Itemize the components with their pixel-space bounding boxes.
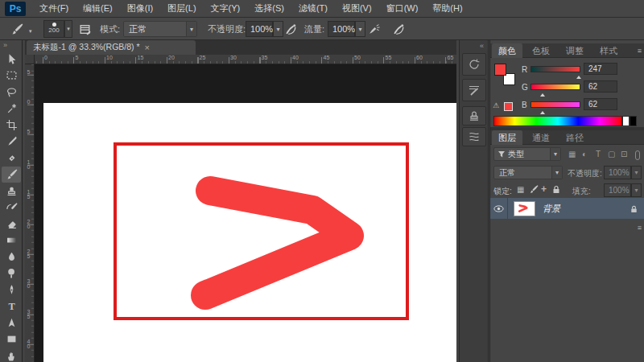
marquee-tool[interactable] [2, 68, 21, 84]
tab-layers[interactable]: 图层 [492, 130, 522, 145]
panel-dock: 颜色 色板 调整 样式 ≡ R 247 G 62 ⚠ B 62 [489, 40, 644, 362]
clone-stamp-tool[interactable] [2, 183, 21, 200]
eyedropper-tool[interactable] [2, 134, 21, 150]
v-ruler-label: 5 [26, 70, 31, 75]
brush-panel-icon[interactable] [462, 79, 486, 101]
menu-type[interactable]: 文字(Y) [204, 0, 248, 17]
menu-window[interactable]: 窗口(W) [379, 0, 426, 17]
brush-tool[interactable] [2, 167, 21, 183]
brush-preset-picker[interactable]: 200 [43, 20, 64, 38]
document-viewport[interactable] [35, 64, 456, 362]
lock-image-icon[interactable] [529, 184, 539, 194]
green-slider[interactable] [530, 84, 580, 90]
opacity-value[interactable]: 100% [246, 21, 273, 37]
toolbar-collapse-icon[interactable]: » [3, 41, 7, 49]
color-spectrum-ramp[interactable] [493, 116, 622, 126]
lock-position-icon[interactable]: + [541, 183, 547, 195]
type-tool[interactable]: T [2, 298, 21, 315]
rectangle-tool[interactable] [2, 331, 21, 348]
layers-panel-menu-icon[interactable]: ≡ [638, 224, 641, 232]
filter-type-layers-icon[interactable]: T [596, 150, 601, 158]
vertical-ruler[interactable]: 5051 01 52 02 53 03 54 0 [25, 64, 35, 362]
menu-edit[interactable]: 编辑(E) [76, 0, 120, 17]
layer-fill-arrow[interactable]: ▾ [631, 183, 642, 197]
blue-slider[interactable] [530, 101, 580, 108]
layer-opacity-value[interactable]: 100% [604, 166, 631, 179]
horizontal-ruler[interactable]: 05101520253035404550556065 [35, 55, 456, 64]
foreground-color-swatch[interactable] [494, 64, 506, 76]
move-tool[interactable] [2, 51, 21, 68]
tab-swatches[interactable]: 色板 [526, 43, 556, 58]
brush-preset-arrow[interactable]: ▾ [64, 20, 72, 38]
lock-label: 锁定: [493, 186, 512, 197]
tab-styles[interactable]: 样式 [593, 43, 624, 58]
spectrum-white-swatch[interactable] [622, 116, 630, 126]
layer-thumbnail[interactable] [514, 201, 535, 216]
tab-paths[interactable]: 路径 [559, 130, 590, 145]
green-value[interactable]: 62 [584, 80, 617, 93]
eraser-tool[interactable] [2, 216, 21, 232]
lock-transparency-icon[interactable]: ▦ [517, 185, 524, 194]
green-slider-marker[interactable] [540, 91, 545, 97]
menu-image[interactable]: 图像(I) [120, 0, 160, 17]
history-brush-tool[interactable] [2, 200, 21, 216]
brush-presets-panel-icon[interactable] [462, 127, 486, 146]
crop-tool[interactable] [2, 117, 21, 134]
clone-source-panel-icon[interactable] [462, 106, 486, 125]
tab-channels[interactable]: 通道 [526, 130, 556, 145]
path-select-tool[interactable] [2, 315, 21, 331]
healing-brush-tool[interactable] [2, 150, 21, 167]
toggle-brush-panel-icon[interactable] [77, 22, 92, 36]
menu-select[interactable]: 选择(S) [247, 0, 291, 17]
menu-help[interactable]: 帮助(H) [425, 0, 469, 17]
flow-value[interactable]: 100% [328, 21, 355, 37]
color-panel-menu-icon[interactable]: ≡ [638, 47, 641, 55]
layer-filter-kind-select[interactable]: 类型 ▾ [493, 147, 561, 161]
document-tab[interactable]: 未标题-1 @ 33.3%(RGB/8) * × [27, 40, 196, 55]
svg-text:T: T [8, 302, 15, 313]
red-slider-marker[interactable] [576, 73, 581, 79]
layer-blend-mode-select[interactable]: 正常 ▾ [493, 166, 563, 179]
layer-visibility-toggle[interactable] [490, 198, 508, 219]
red-slider[interactable] [530, 66, 580, 72]
blue-slider-marker[interactable] [540, 109, 545, 114]
menu-view[interactable]: 视图(V) [335, 0, 379, 17]
tablet-size-pressure-icon[interactable] [391, 22, 406, 36]
flow-arrow[interactable]: ▾ [355, 21, 365, 37]
filter-toggle-icon[interactable] [635, 150, 640, 160]
filter-smart-object-icon[interactable]: ⊡ [621, 150, 627, 158]
blue-value[interactable]: 62 [584, 98, 617, 110]
layer-opacity-arrow[interactable]: ▾ [631, 166, 642, 179]
dock-collapse-icon[interactable]: « [480, 42, 484, 50]
magic-wand-tool[interactable] [2, 101, 21, 117]
blend-mode-select[interactable]: 正常 ▾ [123, 21, 197, 37]
menu-layer[interactable]: 图层(L) [160, 0, 203, 17]
lasso-tool[interactable] [2, 84, 21, 101]
pen-tool[interactable] [2, 282, 21, 298]
opacity-arrow[interactable]: ▾ [273, 21, 283, 37]
filter-adjustment-layers-icon[interactable]: ◐ [582, 150, 587, 158]
tool-preset-arrow-icon[interactable]: ▾ [29, 28, 32, 35]
hand-tool[interactable] [2, 348, 21, 362]
lock-all-icon[interactable] [551, 184, 561, 194]
tablet-opacity-pressure-icon[interactable] [283, 22, 298, 36]
spectrum-black-swatch[interactable] [630, 116, 637, 126]
layer-fill-value[interactable]: 100% [604, 183, 631, 197]
gamut-color-swatch[interactable] [504, 102, 513, 111]
blur-tool[interactable] [2, 249, 21, 265]
tab-close-icon[interactable]: × [145, 43, 150, 52]
menu-filter[interactable]: 滤镜(T) [291, 0, 335, 17]
filter-pixel-layers-icon[interactable]: ▦ [568, 150, 576, 158]
brush-tool-preset-icon[interactable] [6, 20, 27, 38]
tab-color[interactable]: 颜色 [492, 43, 522, 58]
tab-adjustments[interactable]: 调整 [559, 43, 590, 58]
history-panel-icon[interactable] [462, 53, 486, 76]
gamut-warning-icon[interactable]: ⚠ [493, 101, 499, 109]
filter-shape-layers-icon[interactable]: ▢ [608, 150, 615, 158]
gradient-tool[interactable] [2, 232, 21, 249]
menu-file[interactable]: 文件(F) [32, 0, 76, 17]
dodge-tool[interactable] [2, 265, 21, 282]
layer-row-background[interactable]: 背景 [490, 198, 644, 219]
red-value[interactable]: 247 [584, 63, 617, 75]
airbrush-icon[interactable] [366, 22, 381, 36]
